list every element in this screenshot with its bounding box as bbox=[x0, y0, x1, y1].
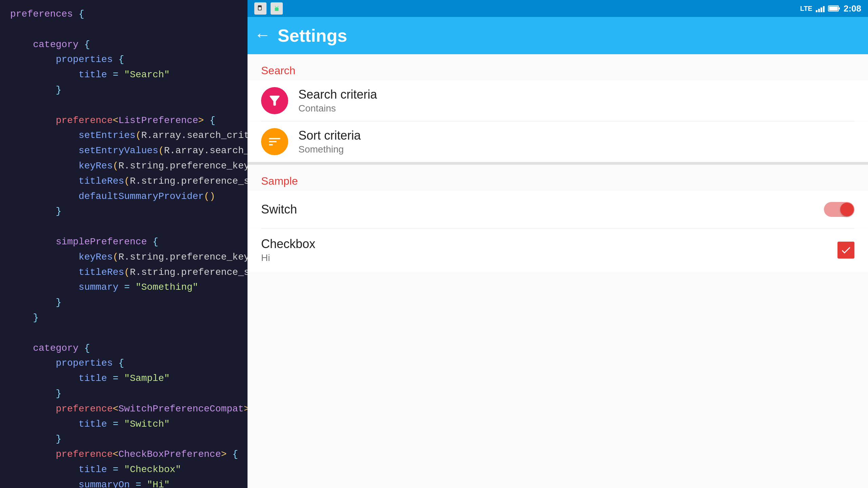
time-display: 2:08 bbox=[844, 3, 861, 14]
code-line: properties { bbox=[10, 356, 237, 371]
code-line: category { bbox=[10, 341, 237, 356]
code-line: preference<CheckBoxPreference> { bbox=[10, 447, 237, 462]
code-line: preference<ListPreference> { bbox=[10, 113, 237, 128]
settings-panel: LTE 2:08 ← Settings Search bbox=[248, 0, 868, 488]
status-bar: LTE 2:08 bbox=[248, 0, 868, 17]
switch-pref-title: Switch bbox=[261, 202, 817, 217]
code-line: } bbox=[10, 204, 237, 219]
code-line: title = "Search" bbox=[10, 67, 237, 83]
sort-criteria-summary: Something bbox=[298, 144, 854, 155]
code-line: category { bbox=[10, 37, 237, 53]
code-line: preference<SwitchPreferenceCompat> { bbox=[10, 402, 237, 417]
code-line: keyRes(R.string.preference_key_sort_crit… bbox=[10, 250, 237, 265]
code-line: properties { bbox=[10, 52, 237, 67]
pref-item-search-criteria[interactable]: Search criteria Contains bbox=[248, 80, 868, 121]
code-line: } bbox=[10, 432, 237, 447]
code-line: setEntryValues(R.array.search_criteria_v… bbox=[10, 143, 237, 159]
code-line: } bbox=[10, 310, 237, 326]
code-line bbox=[10, 219, 237, 235]
code-line bbox=[10, 98, 237, 113]
code-line: titleRes(R.string.preference_search_crit… bbox=[10, 174, 237, 189]
status-icons bbox=[254, 2, 283, 15]
code-line: preferences { bbox=[10, 7, 237, 22]
svg-line-5 bbox=[278, 6, 278, 7]
pref-item-sort-criteria[interactable]: Sort criteria Something bbox=[248, 121, 868, 162]
switch-pref-text: Switch bbox=[261, 202, 817, 217]
toggle-switch-control[interactable] bbox=[824, 202, 854, 217]
checkbox-pref-title: Checkbox bbox=[261, 237, 831, 251]
section-header-search: Search bbox=[248, 54, 868, 80]
app-bar: ← Settings bbox=[248, 17, 868, 54]
checkbox-pref-summary: Hi bbox=[261, 252, 831, 263]
toggle-knob bbox=[840, 203, 854, 216]
pref-item-checkbox[interactable]: Checkbox Hi bbox=[248, 228, 868, 272]
search-criteria-summary: Contains bbox=[298, 103, 854, 114]
code-line: title = "Switch" bbox=[10, 417, 237, 432]
svg-rect-1 bbox=[259, 7, 261, 9]
battery-icon bbox=[828, 5, 840, 12]
section-divider bbox=[248, 162, 868, 165]
code-line: title = "Sample" bbox=[10, 371, 237, 386]
code-line: } bbox=[10, 83, 237, 98]
app-bar-title: Settings bbox=[278, 25, 347, 46]
signal-icon bbox=[816, 5, 825, 12]
code-line bbox=[10, 22, 237, 37]
search-criteria-title: Search criteria bbox=[298, 87, 854, 102]
code-line: } bbox=[10, 295, 237, 310]
code-line: summary = "Something" bbox=[10, 280, 237, 295]
sort-criteria-text: Sort criteria Something bbox=[298, 128, 854, 155]
code-line: setEntries(R.array.search_criteria_entri… bbox=[10, 128, 237, 143]
checkbox-control[interactable] bbox=[837, 242, 854, 259]
code-line: titleRes(R.string.preference_sort_criter… bbox=[10, 265, 237, 280]
code-line: defaultSummaryProvider() bbox=[10, 189, 237, 204]
switch-toggle[interactable] bbox=[824, 202, 854, 217]
search-criteria-text: Search criteria Contains bbox=[298, 87, 854, 114]
code-line bbox=[10, 326, 237, 341]
code-line: summaryOn = "Hi" bbox=[10, 477, 237, 488]
section-header-sample: Sample bbox=[248, 165, 868, 191]
search-criteria-icon bbox=[261, 87, 288, 114]
status-right-icons: LTE 2:08 bbox=[800, 3, 861, 14]
sort-criteria-title: Sort criteria bbox=[298, 128, 854, 143]
android-icon bbox=[271, 2, 283, 15]
code-line: keyRes(R.string.preference_key_search_cr… bbox=[10, 159, 237, 174]
svg-rect-8 bbox=[839, 7, 840, 9]
lte-label: LTE bbox=[800, 5, 812, 13]
back-button[interactable]: ← bbox=[258, 27, 268, 44]
settings-content: Search Search criteria Contains Sort bbox=[248, 54, 868, 488]
code-line: simplePreference { bbox=[10, 235, 237, 250]
svg-line-4 bbox=[275, 6, 276, 7]
code-line: title = "Checkbox" bbox=[10, 462, 237, 477]
sim-icon bbox=[254, 2, 267, 15]
code-editor: preferences { category { properties { ti… bbox=[0, 0, 248, 488]
checkbox-pref-text: Checkbox Hi bbox=[261, 237, 831, 263]
pref-item-switch[interactable]: Switch bbox=[248, 191, 868, 228]
sort-criteria-icon bbox=[261, 128, 288, 155]
code-line: } bbox=[10, 386, 237, 402]
checkbox-widget[interactable] bbox=[837, 242, 854, 259]
svg-rect-7 bbox=[829, 6, 838, 11]
